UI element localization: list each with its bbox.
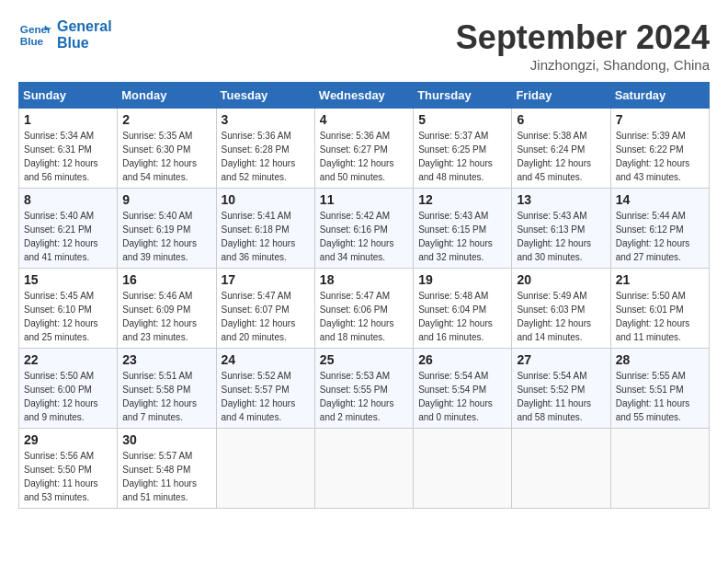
day-number: 16 xyxy=(122,272,210,287)
day-cell: 3Sunrise: 5:36 AM Sunset: 6:28 PM Daylig… xyxy=(216,109,314,189)
day-info: Sunrise: 5:47 AM Sunset: 6:07 PM Dayligh… xyxy=(222,289,310,344)
day-cell: 28Sunrise: 5:55 AM Sunset: 5:51 PM Dayli… xyxy=(610,349,709,429)
week-row-3: 15Sunrise: 5:45 AM Sunset: 6:10 PM Dayli… xyxy=(19,269,710,349)
day-info: Sunrise: 5:55 AM Sunset: 5:51 PM Dayligh… xyxy=(616,369,704,424)
day-number: 24 xyxy=(222,352,310,367)
day-info: Sunrise: 5:48 AM Sunset: 6:04 PM Dayligh… xyxy=(418,289,506,344)
day-info: Sunrise: 5:35 AM Sunset: 6:30 PM Dayligh… xyxy=(122,129,210,184)
day-number: 29 xyxy=(24,432,112,447)
day-cell: 8Sunrise: 5:40 AM Sunset: 6:21 PM Daylig… xyxy=(19,189,118,269)
day-number: 7 xyxy=(616,112,704,127)
day-cell: 18Sunrise: 5:47 AM Sunset: 6:06 PM Dayli… xyxy=(314,269,413,349)
day-cell: 10Sunrise: 5:41 AM Sunset: 6:18 PM Dayli… xyxy=(216,189,314,269)
day-info: Sunrise: 5:36 AM Sunset: 6:28 PM Dayligh… xyxy=(222,129,310,184)
day-info: Sunrise: 5:37 AM Sunset: 6:25 PM Dayligh… xyxy=(418,129,506,184)
day-number: 15 xyxy=(24,272,112,287)
location-subtitle: Jinzhongzi, Shandong, China xyxy=(456,57,710,73)
day-cell: 23Sunrise: 5:51 AM Sunset: 5:58 PM Dayli… xyxy=(118,349,216,429)
day-cell: 20Sunrise: 5:49 AM Sunset: 6:03 PM Dayli… xyxy=(512,269,610,349)
day-info: Sunrise: 5:40 AM Sunset: 6:19 PM Dayligh… xyxy=(122,209,210,264)
day-cell: 5Sunrise: 5:37 AM Sunset: 6:25 PM Daylig… xyxy=(414,109,512,189)
day-info: Sunrise: 5:51 AM Sunset: 5:58 PM Dayligh… xyxy=(122,369,210,424)
day-number: 12 xyxy=(418,192,506,207)
day-cell: 14Sunrise: 5:44 AM Sunset: 6:12 PM Dayli… xyxy=(610,189,709,269)
day-number: 19 xyxy=(418,272,506,287)
day-number: 23 xyxy=(122,352,210,367)
day-number: 28 xyxy=(616,352,704,367)
day-cell: 30Sunrise: 5:57 AM Sunset: 5:48 PM Dayli… xyxy=(118,429,216,509)
day-cell: 29Sunrise: 5:56 AM Sunset: 5:50 PM Dayli… xyxy=(19,429,118,509)
day-cell: 2Sunrise: 5:35 AM Sunset: 6:30 PM Daylig… xyxy=(118,109,216,189)
day-info: Sunrise: 5:36 AM Sunset: 6:27 PM Dayligh… xyxy=(320,129,408,184)
day-number: 18 xyxy=(320,272,408,287)
day-cell: 13Sunrise: 5:43 AM Sunset: 6:13 PM Dayli… xyxy=(512,189,610,269)
day-info: Sunrise: 5:44 AM Sunset: 6:12 PM Dayligh… xyxy=(616,209,704,264)
day-number: 1 xyxy=(24,112,112,127)
logo-text: GeneralBlue xyxy=(57,18,112,51)
logo-icon: General Blue xyxy=(18,18,51,52)
day-number: 27 xyxy=(517,352,605,367)
day-info: Sunrise: 5:50 AM Sunset: 6:01 PM Dayligh… xyxy=(616,289,704,344)
day-cell: 21Sunrise: 5:50 AM Sunset: 6:01 PM Dayli… xyxy=(610,269,709,349)
day-cell: 16Sunrise: 5:46 AM Sunset: 6:09 PM Dayli… xyxy=(118,269,216,349)
col-header-tuesday: Tuesday xyxy=(216,83,314,109)
page-header: General Blue GeneralBlue September 2024 … xyxy=(18,18,710,73)
day-cell: 19Sunrise: 5:48 AM Sunset: 6:04 PM Dayli… xyxy=(414,269,512,349)
day-info: Sunrise: 5:47 AM Sunset: 6:06 PM Dayligh… xyxy=(320,289,408,344)
week-row-5: 29Sunrise: 5:56 AM Sunset: 5:50 PM Dayli… xyxy=(19,429,710,509)
day-info: Sunrise: 5:54 AM Sunset: 5:54 PM Dayligh… xyxy=(418,369,506,424)
day-info: Sunrise: 5:39 AM Sunset: 6:22 PM Dayligh… xyxy=(616,129,704,184)
day-info: Sunrise: 5:56 AM Sunset: 5:50 PM Dayligh… xyxy=(24,449,112,504)
day-number: 6 xyxy=(517,112,605,127)
day-number: 30 xyxy=(122,432,210,447)
day-info: Sunrise: 5:43 AM Sunset: 6:15 PM Dayligh… xyxy=(418,209,506,264)
day-number: 14 xyxy=(616,192,704,207)
day-cell: 24Sunrise: 5:52 AM Sunset: 5:57 PM Dayli… xyxy=(216,349,314,429)
day-info: Sunrise: 5:43 AM Sunset: 6:13 PM Dayligh… xyxy=(517,209,605,264)
day-cell: 22Sunrise: 5:50 AM Sunset: 6:00 PM Dayli… xyxy=(19,349,118,429)
day-cell: 9Sunrise: 5:40 AM Sunset: 6:19 PM Daylig… xyxy=(118,189,216,269)
day-info: Sunrise: 5:34 AM Sunset: 6:31 PM Dayligh… xyxy=(24,129,112,184)
day-cell: 12Sunrise: 5:43 AM Sunset: 6:15 PM Dayli… xyxy=(414,189,512,269)
day-number: 10 xyxy=(222,192,310,207)
day-cell xyxy=(414,429,512,509)
day-cell xyxy=(216,429,314,509)
day-cell: 11Sunrise: 5:42 AM Sunset: 6:16 PM Dayli… xyxy=(314,189,413,269)
day-cell: 6Sunrise: 5:38 AM Sunset: 6:24 PM Daylig… xyxy=(512,109,610,189)
day-info: Sunrise: 5:41 AM Sunset: 6:18 PM Dayligh… xyxy=(222,209,310,264)
title-block: September 2024 Jinzhongzi, Shandong, Chi… xyxy=(456,18,710,73)
col-header-sunday: Sunday xyxy=(19,83,118,109)
col-header-saturday: Saturday xyxy=(610,83,709,109)
day-info: Sunrise: 5:57 AM Sunset: 5:48 PM Dayligh… xyxy=(122,449,210,504)
day-cell xyxy=(512,429,610,509)
day-cell xyxy=(314,429,413,509)
day-cell: 1Sunrise: 5:34 AM Sunset: 6:31 PM Daylig… xyxy=(19,109,118,189)
svg-text:Blue: Blue xyxy=(20,35,44,47)
day-number: 4 xyxy=(320,112,408,127)
week-row-1: 1Sunrise: 5:34 AM Sunset: 6:31 PM Daylig… xyxy=(19,109,710,189)
day-info: Sunrise: 5:53 AM Sunset: 5:55 PM Dayligh… xyxy=(320,369,408,424)
day-number: 2 xyxy=(122,112,210,127)
day-number: 17 xyxy=(222,272,310,287)
day-cell: 25Sunrise: 5:53 AM Sunset: 5:55 PM Dayli… xyxy=(314,349,413,429)
day-number: 5 xyxy=(418,112,506,127)
day-cell: 27Sunrise: 5:54 AM Sunset: 5:52 PM Dayli… xyxy=(512,349,610,429)
day-number: 3 xyxy=(222,112,310,127)
day-number: 26 xyxy=(418,352,506,367)
calendar-table: SundayMondayTuesdayWednesdayThursdayFrid… xyxy=(18,82,710,509)
day-number: 9 xyxy=(122,192,210,207)
day-number: 20 xyxy=(517,272,605,287)
col-header-wednesday: Wednesday xyxy=(314,83,413,109)
header-row: SundayMondayTuesdayWednesdayThursdayFrid… xyxy=(19,83,710,109)
col-header-thursday: Thursday xyxy=(414,83,512,109)
day-cell xyxy=(610,429,709,509)
week-row-2: 8Sunrise: 5:40 AM Sunset: 6:21 PM Daylig… xyxy=(19,189,710,269)
col-header-monday: Monday xyxy=(118,83,216,109)
day-info: Sunrise: 5:52 AM Sunset: 5:57 PM Dayligh… xyxy=(222,369,310,424)
day-number: 25 xyxy=(320,352,408,367)
day-cell: 17Sunrise: 5:47 AM Sunset: 6:07 PM Dayli… xyxy=(216,269,314,349)
day-info: Sunrise: 5:40 AM Sunset: 6:21 PM Dayligh… xyxy=(24,209,112,264)
day-cell: 4Sunrise: 5:36 AM Sunset: 6:27 PM Daylig… xyxy=(314,109,413,189)
col-header-friday: Friday xyxy=(512,83,610,109)
day-number: 22 xyxy=(24,352,112,367)
